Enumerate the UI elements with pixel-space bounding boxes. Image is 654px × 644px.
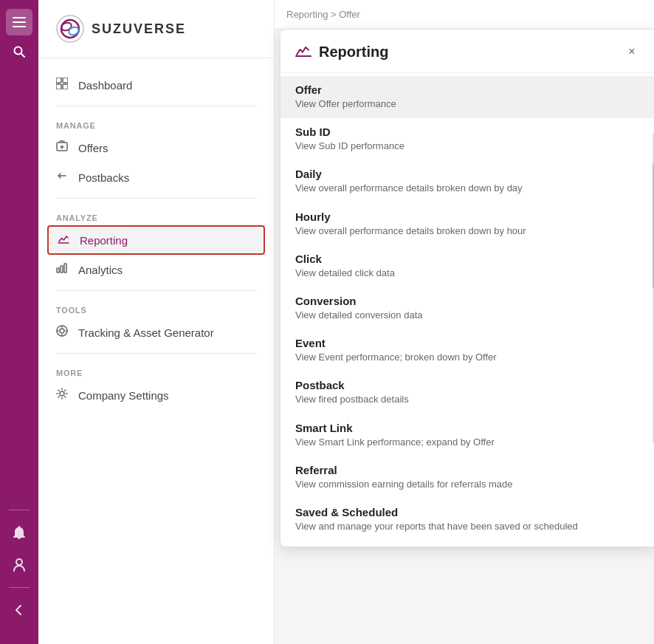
svg-point-18 [60,329,64,333]
icon-bar [0,0,38,644]
menu-item-hourly-title: Hourly [295,210,642,223]
tracking-icon [56,325,71,340]
panel-title: Reporting [295,43,388,61]
menu-item-hourly-desc: View overall performance details broken … [295,225,642,238]
sidebar-divider-2 [56,198,256,199]
menu-item-saved-scheduled-desc: View and manage your reports that have b… [295,520,642,533]
sidebar-company-settings-label: Company Settings [78,389,169,402]
sidebar-item-company-settings[interactable]: Company Settings [38,380,274,410]
svg-rect-11 [63,78,68,83]
menu-item-daily-title: Daily [295,168,642,180]
icon-bar-divider-top [9,510,30,510]
svg-rect-1 [13,21,26,23]
sidebar-divider-3 [56,290,256,291]
sidebar-analytics-label: Analytics [78,264,123,276]
sidebar-nav: Dashboard MANAGE Offers Postbacks [38,58,274,644]
menu-item-saved-scheduled[interactable]: Saved & Scheduled View and manage your r… [280,499,654,541]
sidebar-section-tools: TOOLS [38,297,274,318]
postbacks-icon [56,170,71,185]
sidebar-divider-1 [56,106,256,106]
menu-item-subid[interactable]: Sub ID View Sub ID performance [280,118,654,160]
logo-area: SUZUVERSE [38,0,274,58]
sidebar-item-analytics[interactable]: Analytics [38,255,274,284]
menu-item-subid-desc: View Sub ID performance [295,140,642,153]
sidebar-postbacks-label: Postbacks [78,171,129,184]
sidebar-section-analyze: ANALYZE [38,205,274,225]
user-button[interactable] [6,552,32,578]
menu-item-conversion-title: Conversion [295,295,642,307]
sidebar-offers-label: Offers [78,142,109,154]
sidebar-item-tracking[interactable]: Tracking & Asset Generator [38,318,274,347]
svg-line-4 [21,54,25,58]
menu-item-subid-title: Sub ID [295,126,642,138]
dashboard-icon [56,78,71,92]
svg-rect-15 [57,268,59,273]
main-content: Reporting > Offer Reporting × Offer View… [275,0,654,644]
sidebar-dashboard-label: Dashboard [78,79,132,92]
svg-point-20 [60,391,64,396]
menu-item-click-desc: View detailed click data [295,267,642,280]
menu-item-event[interactable]: Event View Event performance; broken dow… [280,329,654,371]
menu-item-postback-title: Postback [295,379,642,391]
reporting-title-icon [295,43,311,61]
sidebar-item-postbacks[interactable]: Postbacks [38,162,274,192]
menu-item-click-title: Click [295,253,642,265]
menu-item-click[interactable]: Click View detailed click data [280,245,654,287]
svg-rect-16 [61,266,63,273]
menu-item-smartlink[interactable]: Smart Link View Smart Link performance; … [280,414,654,456]
sidebar-tracking-label: Tracking & Asset Generator [78,326,214,339]
menu-button[interactable] [6,9,32,35]
reporting-panel: Reporting × Offer View Offer performance… [280,30,654,547]
menu-item-postback[interactable]: Postback View fired postback details [280,371,654,414]
breadcrumb: Reporting > Offer [286,9,360,20]
menu-item-referral-title: Referral [295,464,642,476]
svg-rect-17 [64,264,66,273]
icon-bar-divider-bottom [9,587,30,588]
sidebar-item-reporting[interactable]: Reporting [47,225,265,255]
menu-item-event-desc: View Event performance; broken down by O… [295,351,642,364]
svg-point-5 [16,559,22,565]
svg-rect-2 [13,26,26,27]
svg-point-8 [61,21,73,32]
menu-item-daily-desc: View overall performance details broken … [295,182,642,195]
menu-item-postback-desc: View fired postback details [295,393,642,406]
sidebar-divider-4 [56,353,256,354]
collapse-button[interactable] [6,597,32,623]
menu-item-event-title: Event [295,337,642,349]
sidebar-section-more: MORE [38,360,274,380]
svg-rect-0 [13,17,26,18]
panel-title-text: Reporting [319,44,388,61]
sidebar: SUZUVERSE Dashboard MANAGE [38,0,275,644]
offers-icon [56,140,71,155]
search-button[interactable] [6,38,32,65]
menu-item-smartlink-title: Smart Link [295,422,642,434]
logo-icon [56,15,84,43]
close-button[interactable]: × [622,41,642,62]
bell-button[interactable] [6,519,32,546]
settings-icon [56,388,71,402]
svg-point-9 [68,26,80,36]
sidebar-item-dashboard[interactable]: Dashboard [38,70,274,100]
analytics-icon [56,262,71,277]
menu-item-conversion[interactable]: Conversion View detailed conversion data [280,287,654,329]
sidebar-section-manage: MANAGE [38,112,274,133]
menu-item-referral-desc: View commission earning details for refe… [295,478,642,491]
logo-text: SUZUVERSE [92,21,186,37]
menu-item-saved-scheduled-title: Saved & Scheduled [295,506,642,518]
menu-item-conversion-desc: View detailed conversion data [295,309,642,322]
menu-item-offer-title: Offer [295,83,642,96]
svg-rect-13 [63,84,68,89]
reporting-menu-list: Offer View Offer performance Sub ID View… [280,73,654,547]
svg-rect-12 [56,84,61,89]
top-bar: Reporting > Offer [275,0,654,30]
sidebar-item-offers[interactable]: Offers [38,133,274,162]
panel-header: Reporting × [280,30,654,73]
menu-item-offer-desc: View Offer performance [295,97,642,111]
reporting-icon [58,233,72,247]
sidebar-reporting-label: Reporting [80,234,128,247]
menu-item-offer[interactable]: Offer View Offer performance [280,76,654,118]
menu-item-hourly[interactable]: Hourly View overall performance details … [280,203,654,245]
menu-item-smartlink-desc: View Smart Link performance; expand by O… [295,436,642,449]
menu-item-referral[interactable]: Referral View commission earning details… [280,456,654,499]
menu-item-daily[interactable]: Daily View overall performance details b… [280,160,654,202]
